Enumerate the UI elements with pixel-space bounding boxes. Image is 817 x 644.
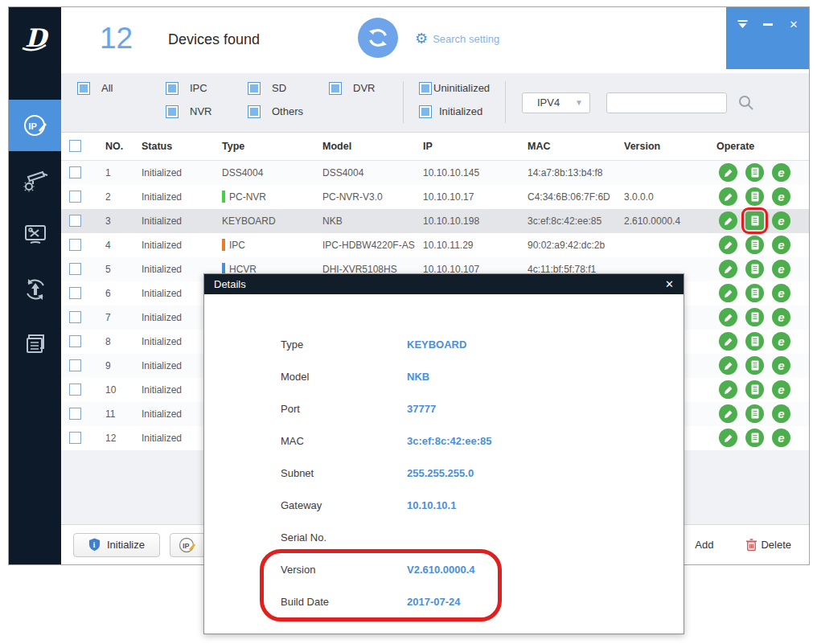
filter-ipc[interactable]: IPC xyxy=(166,82,207,95)
row-checkbox[interactable] xyxy=(69,215,81,227)
filter-initialized[interactable]: Initialized xyxy=(419,105,482,118)
edit-icon[interactable] xyxy=(719,380,737,399)
refresh-icon xyxy=(364,24,392,51)
row-checkbox[interactable] xyxy=(69,239,81,251)
delete-button[interactable]: Delete xyxy=(745,538,791,552)
search-setting-button[interactable]: ⚙ Search setting xyxy=(415,31,499,46)
checkbox-sd[interactable] xyxy=(248,82,261,95)
edit-icon[interactable] xyxy=(719,332,737,351)
skin-icon[interactable] xyxy=(736,18,749,30)
edit-icon[interactable] xyxy=(719,308,737,326)
ip-version-select[interactable]: IPV4 ▼ xyxy=(522,92,590,113)
details-icon[interactable] xyxy=(745,284,764,302)
refresh-button[interactable] xyxy=(358,18,398,58)
details-icon[interactable] xyxy=(745,211,764,230)
web-icon[interactable]: e xyxy=(772,308,790,326)
details-icon[interactable] xyxy=(745,187,764,206)
sidebar-item-upgrade[interactable] xyxy=(9,264,61,315)
edit-icon[interactable] xyxy=(719,356,737,375)
details-icon[interactable] xyxy=(745,404,764,423)
cell-model: NKB xyxy=(322,215,343,227)
checkbox-nvr[interactable] xyxy=(166,105,179,118)
checkbox-others[interactable] xyxy=(248,105,261,118)
row-checkbox[interactable] xyxy=(69,359,81,371)
checkbox-uninitialized[interactable] xyxy=(419,82,432,95)
search-icon[interactable] xyxy=(737,94,755,112)
sidebar-item-system-maintenance[interactable] xyxy=(9,209,61,260)
col-version: Version xyxy=(616,141,708,152)
filter-others[interactable]: Others xyxy=(248,105,303,118)
select-all-checkbox[interactable] xyxy=(69,140,81,152)
row-checkbox[interactable] xyxy=(69,287,81,299)
details-icon[interactable] xyxy=(745,332,764,351)
checkbox-dvr[interactable] xyxy=(329,82,342,95)
add-button[interactable]: Add xyxy=(695,539,713,551)
details-icon[interactable] xyxy=(745,429,764,447)
table-row[interactable]: 4InitializedIPCIPC-HDBW4220F-AS10.10.11.… xyxy=(61,233,809,257)
filter-nvr[interactable]: NVR xyxy=(166,105,211,118)
search-setting-label: Search setting xyxy=(433,33,499,45)
edit-icon[interactable] xyxy=(719,163,737,182)
svg-text:D: D xyxy=(25,23,49,52)
sidebar-item-device-config[interactable] xyxy=(9,154,61,206)
row-checkbox[interactable] xyxy=(69,408,81,420)
row-checkbox[interactable] xyxy=(69,263,81,275)
web-icon[interactable]: e xyxy=(772,284,790,302)
edit-icon[interactable] xyxy=(719,404,737,423)
search-input[interactable] xyxy=(606,92,727,113)
row-checkbox[interactable] xyxy=(69,335,81,347)
edit-icon[interactable] xyxy=(719,284,737,302)
row-checkbox[interactable] xyxy=(69,384,81,396)
filter-all[interactable]: All xyxy=(77,82,113,95)
details-icon[interactable] xyxy=(745,163,764,182)
web-icon[interactable]: e xyxy=(772,187,790,206)
filter-sd[interactable]: SD xyxy=(248,82,286,95)
table-row[interactable]: 3InitializedKEYBOARDNKB10.10.10.1983c:ef… xyxy=(61,209,809,233)
row-checkbox[interactable] xyxy=(69,166,81,178)
cell-model: IPC-HDBW4220F-AS xyxy=(322,240,415,251)
web-icon[interactable]: e xyxy=(772,356,790,375)
cell-no: 6 xyxy=(105,288,111,299)
initialize-label: Initialize xyxy=(107,539,145,551)
table-row[interactable]: 1InitializedDSS4004DSS400410.10.10.14514… xyxy=(61,161,809,185)
table-row[interactable]: 2InitializedPC-NVRPC-NVR-V3.010.10.10.17… xyxy=(61,185,809,209)
checkbox-ipc[interactable] xyxy=(166,82,179,95)
web-icon[interactable]: e xyxy=(772,332,790,351)
web-icon[interactable]: e xyxy=(772,236,790,254)
details-icon[interactable] xyxy=(745,380,764,399)
web-icon[interactable]: e xyxy=(772,211,790,230)
details-icon[interactable] xyxy=(745,356,764,375)
minimize-icon[interactable] xyxy=(762,18,774,30)
web-icon[interactable]: e xyxy=(772,260,790,278)
initialize-button[interactable]: i Initialize xyxy=(73,533,160,557)
edit-icon[interactable] xyxy=(719,429,737,447)
row-checkbox[interactable] xyxy=(69,432,81,444)
devices-found-label: Devices found xyxy=(168,31,260,48)
close-icon[interactable]: ✕ xyxy=(787,18,800,30)
ip-edit-icon: IP xyxy=(179,536,196,554)
modal-close-icon[interactable]: ✕ xyxy=(665,278,674,290)
row-checkbox[interactable] xyxy=(69,311,81,323)
edit-icon[interactable] xyxy=(719,260,737,278)
checkbox-all[interactable] xyxy=(77,82,90,95)
detail-row: Subnet255.255.255.0 xyxy=(204,457,684,489)
checkbox-initialized[interactable] xyxy=(419,105,432,118)
web-icon[interactable]: e xyxy=(772,429,790,447)
edit-icon[interactable] xyxy=(719,211,737,230)
filter-all-label: All xyxy=(101,82,113,94)
edit-icon[interactable] xyxy=(719,236,737,254)
details-icon[interactable] xyxy=(745,236,764,254)
filter-dvr[interactable]: DVR xyxy=(329,82,375,95)
web-icon[interactable]: e xyxy=(772,380,790,399)
edit-icon[interactable] xyxy=(719,187,737,206)
details-icon[interactable] xyxy=(745,308,764,326)
filter-uninitialized[interactable]: Uninitialized xyxy=(419,82,490,95)
cell-no: 5 xyxy=(105,264,111,275)
sidebar-item-device-report[interactable] xyxy=(9,318,61,370)
web-icon[interactable]: e xyxy=(772,404,790,423)
filter-ipc-label: IPC xyxy=(190,82,207,94)
sidebar-item-modify-ip[interactable]: IP xyxy=(9,100,61,151)
web-icon[interactable]: e xyxy=(772,163,790,182)
row-checkbox[interactable] xyxy=(69,191,81,203)
details-icon[interactable] xyxy=(745,260,764,278)
